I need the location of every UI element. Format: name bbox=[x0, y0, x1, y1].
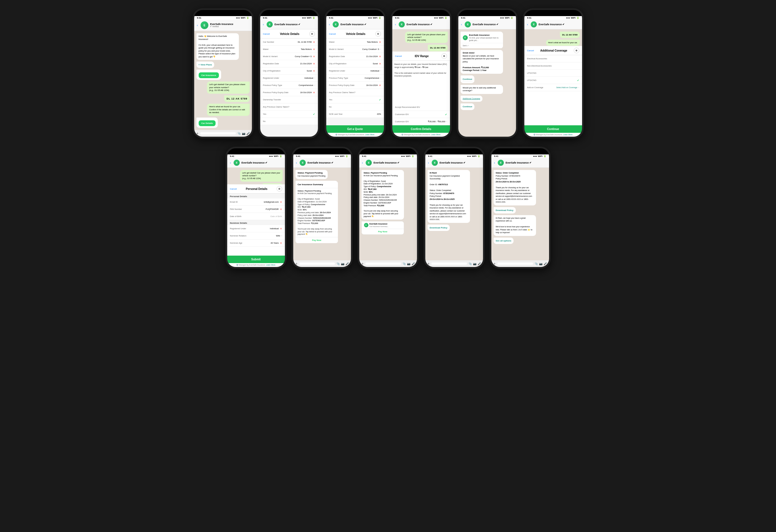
addl-electrical[interactable]: Electrical Accessories bbox=[524, 55, 582, 62]
addl-lpg2[interactable]: LPG/CNG ✔ bbox=[524, 77, 582, 84]
del-nominee-age[interactable]: ✕ bbox=[280, 242, 282, 245]
back-2[interactable]: ‹ bbox=[263, 23, 264, 26]
delete-regdate[interactable]: ✕ bbox=[313, 62, 315, 65]
plus-icon-1[interactable]: + bbox=[196, 131, 199, 136]
idv-range[interactable]: Customize IDV ₹35,000 - ₹50,000 › bbox=[392, 118, 450, 125]
camera-icon-10[interactable]: 📷 bbox=[473, 262, 476, 265]
msg11-seeoptions[interactable]: See all options bbox=[494, 238, 514, 244]
continue-addl-btn[interactable]: Continue bbox=[524, 125, 582, 133]
addl-nonelectrical[interactable]: Non-Electrical Accessories bbox=[524, 62, 582, 69]
msg5-addl-link[interactable]: Additional Coverage bbox=[460, 96, 482, 102]
msg-cardetails-btn-1[interactable]: Car Details bbox=[196, 117, 218, 128]
car-insurance-button[interactable]: Car Insurance bbox=[199, 72, 219, 78]
value3-registered[interactable]: Individual › bbox=[370, 69, 381, 72]
idv-accept[interactable]: Accept Recommended IDV bbox=[392, 104, 450, 111]
chat-input-1[interactable] bbox=[200, 132, 236, 135]
del3-regdate[interactable]: ✕ bbox=[379, 55, 381, 58]
personal-cancel[interactable]: Cancel bbox=[230, 188, 237, 190]
value-prevpolicy[interactable]: Comprehensive › bbox=[299, 84, 315, 86]
attach-icon-1[interactable]: 📎 bbox=[237, 132, 241, 135]
learn-more-3[interactable]: Learn More. bbox=[365, 134, 375, 136]
back-arrow-1[interactable]: ‹ bbox=[197, 24, 198, 27]
back-8[interactable]: ‹ bbox=[296, 161, 297, 165]
idv-customize-check[interactable]: Customize IDV ✔ bbox=[392, 111, 450, 118]
cancel-btn-3[interactable]: Cancel bbox=[329, 33, 336, 35]
pay-now-notif-9[interactable]: Pay Now bbox=[362, 229, 404, 234]
addl-lpg1[interactable]: LPG/CNG bbox=[524, 69, 582, 77]
value-addon[interactable]: Select Add-on Coverage › bbox=[556, 86, 579, 89]
delete-carnumber[interactable]: ✕ bbox=[313, 41, 315, 43]
value-nominee-rel[interactable]: Wife › bbox=[276, 235, 282, 237]
attach-icon-9[interactable]: 📎 bbox=[403, 262, 406, 265]
back-4[interactable]: ‹ bbox=[395, 23, 396, 26]
form-icon-3[interactable]: ⊕ bbox=[375, 31, 381, 37]
del-regunder[interactable]: ✕ bbox=[280, 227, 282, 230]
cancel-btn-2[interactable]: Cancel bbox=[263, 33, 270, 35]
attach-icon-8[interactable]: 📎 bbox=[337, 262, 340, 265]
continue-btn-5b[interactable]: Continue bbox=[463, 105, 472, 108]
msg5-continue-btn[interactable]: Continue bbox=[460, 75, 475, 83]
car-details-button-1[interactable]: Car Details bbox=[199, 120, 216, 126]
camera-icon-1[interactable]: 📷 bbox=[242, 132, 245, 135]
idv-icon[interactable]: ⊕ bbox=[441, 53, 447, 59]
row-dob[interactable]: Date of Birth Date of Birth bbox=[227, 213, 285, 220]
back-5[interactable]: ‹ bbox=[461, 23, 462, 26]
addl-cancel[interactable]: Cancel bbox=[527, 49, 534, 52]
attach-icon-10[interactable]: 📎 bbox=[468, 262, 472, 265]
chat-input-10[interactable] bbox=[431, 263, 467, 265]
addl-addon[interactable]: Add-on Coverage Select Add-on Coverage › bbox=[524, 84, 582, 91]
delete-model[interactable]: ✕ bbox=[313, 55, 315, 58]
learn-more-6[interactable]: Learn More. bbox=[563, 134, 573, 136]
plus-icon-9[interactable]: + bbox=[362, 261, 364, 266]
download-policy-btn-10[interactable]: Download Policy bbox=[430, 226, 447, 229]
mic-icon-9[interactable]: 🎤 bbox=[411, 262, 415, 265]
msg-carinsurance-btn[interactable]: Car Insurance bbox=[196, 69, 221, 80]
mic-icon-1[interactable]: 🎤 bbox=[246, 132, 250, 135]
back-10[interactable]: ‹ bbox=[428, 161, 429, 165]
download-policy-btn-11[interactable]: Download Policy bbox=[496, 209, 514, 212]
delete-expiry[interactable]: ✕ bbox=[313, 91, 315, 94]
del3-maker[interactable]: ✕ bbox=[379, 41, 381, 43]
learn-more-7[interactable]: Learn More. bbox=[266, 264, 276, 266]
continue-link-5[interactable]: Continue bbox=[463, 77, 472, 81]
mic-icon-10[interactable]: 🎤 bbox=[477, 262, 481, 265]
pay-now-btn-8[interactable]: Pay Now bbox=[296, 237, 338, 243]
delete-city[interactable]: ✕ bbox=[313, 69, 315, 72]
plus-icon-8[interactable]: + bbox=[296, 261, 298, 266]
msg5-continue2[interactable]: Continue bbox=[460, 103, 475, 110]
back-7[interactable]: ‹ bbox=[230, 161, 231, 165]
learn-more-4[interactable]: Learn More. bbox=[431, 134, 441, 136]
back-3[interactable]: ‹ bbox=[329, 23, 330, 26]
get-quote-btn[interactable]: Get a Quote bbox=[326, 125, 384, 133]
plus-icon-11[interactable]: + bbox=[494, 261, 496, 266]
mic-icon-8[interactable]: 🎤 bbox=[345, 262, 349, 265]
form-icon-2[interactable]: ⊕ bbox=[309, 31, 315, 37]
chat-input-11[interactable] bbox=[498, 263, 533, 265]
msg10-download[interactable]: Download Policy bbox=[427, 225, 450, 231]
delete-maker[interactable]: ✕ bbox=[313, 48, 315, 51]
plus-icon-10[interactable]: + bbox=[427, 261, 430, 266]
additional-coverage-link[interactable]: Additional Coverage bbox=[463, 97, 480, 99]
addl-icon[interactable]: ⊕ bbox=[574, 48, 579, 53]
camera-icon-8[interactable]: 📷 bbox=[341, 262, 344, 265]
msg11-download[interactable]: Download Policy bbox=[494, 207, 516, 214]
attach-icon-11[interactable]: 📎 bbox=[535, 262, 538, 265]
idv-cancel[interactable]: Cancel bbox=[395, 55, 402, 57]
del3-city[interactable]: ✕ bbox=[379, 62, 381, 65]
back-6[interactable]: ‹ bbox=[527, 23, 528, 26]
value3-model[interactable]: Curvy Creative+ S › bbox=[362, 48, 381, 50]
see-all-options-btn[interactable]: See all options bbox=[496, 239, 511, 242]
del-email[interactable]: ✕ bbox=[280, 201, 282, 204]
back-11[interactable]: ‹ bbox=[494, 161, 495, 165]
chat-input-9[interactable] bbox=[365, 263, 401, 265]
back-9[interactable]: ‹ bbox=[362, 161, 363, 165]
mic-icon-11[interactable]: 🎤 bbox=[544, 262, 547, 265]
del-pan[interactable]: ✕ bbox=[280, 208, 282, 211]
camera-icon-9[interactable]: 📷 bbox=[407, 262, 410, 265]
confirm-details-btn[interactable]: Confirm Details bbox=[392, 125, 450, 133]
chat-input-8[interactable] bbox=[300, 263, 335, 265]
value-registered[interactable]: Individual › bbox=[304, 77, 315, 79]
msg-viewplans[interactable]: ≡ View Plans bbox=[196, 61, 214, 68]
camera-icon-11[interactable]: 📷 bbox=[539, 262, 542, 265]
personal-icon[interactable]: ⊕ bbox=[276, 186, 282, 192]
